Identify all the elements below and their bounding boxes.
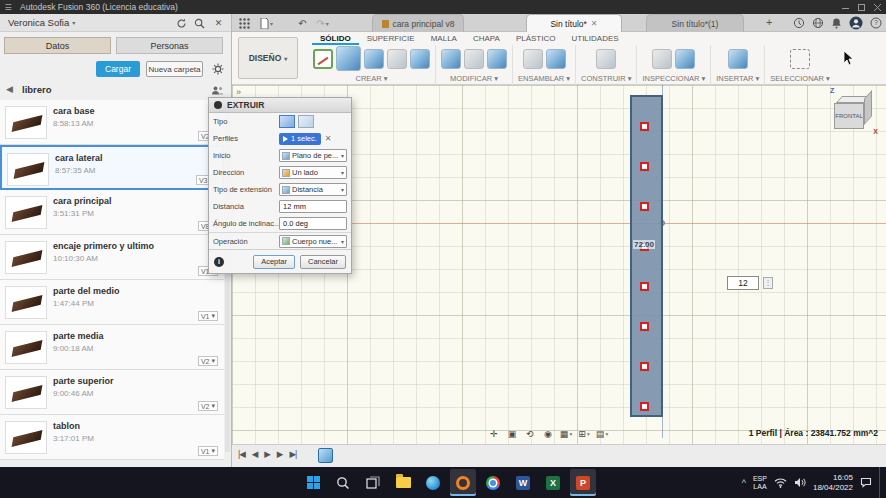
box-primitive-icon[interactable] [410,49,430,69]
minimize-icon[interactable] [842,4,849,9]
cancel-button[interactable]: Cancelar [300,255,346,269]
joint-icon[interactable] [546,49,566,69]
chrome-icon[interactable] [480,469,506,496]
revolve-icon[interactable] [364,49,384,69]
insert-icon[interactable] [728,49,748,69]
dialog-header[interactable]: EXTRUIR [209,98,351,113]
workspace-selector[interactable]: DISEÑO ▾ [238,37,298,79]
group-label[interactable]: ENSAMBLAR [518,74,564,83]
go-to-end-icon[interactable]: ▶| [289,449,296,459]
profile-hole[interactable] [640,362,649,371]
distance-input[interactable]: 12 mm [279,200,347,213]
edge-icon[interactable] [420,469,446,496]
keyboard-layout[interactable]: ESP LAA [753,475,767,491]
tab-plastico[interactable]: PLÁSTICO [508,32,564,45]
list-item[interactable]: parte superior 9:00:46 AM V2▾ [0,370,224,415]
new-tab-icon[interactable]: + [766,16,772,28]
network-icon[interactable] [774,477,787,488]
operation-dropdown[interactable]: Cuerpo nue...▾ [279,235,347,248]
profile-hole[interactable] [640,162,649,171]
step-back-icon[interactable]: ◀ [252,449,258,459]
group-label[interactable]: MODIFICAR [450,74,492,83]
tab-solido[interactable]: SÓLIDO [312,32,359,45]
orbit-icon[interactable]: ⟲ [523,427,537,441]
fillet-icon[interactable] [464,49,484,69]
notifications-bell-icon[interactable] [831,17,842,29]
new-folder-button[interactable]: Nueva carpeta [146,61,203,77]
grid-settings-icon[interactable]: ⊞▾ [577,427,591,441]
doc-tab-sin-titulo[interactable]: Sin título* ✕ [526,14,622,32]
drag-handle-icon[interactable]: ⋮ [763,277,773,289]
show-desktop-strip[interactable] [879,467,883,498]
globe-icon[interactable] [812,17,824,29]
list-item[interactable]: parte media 9:00:18 AM V2▾ [0,325,224,370]
tab-personas[interactable]: Personas [116,37,223,54]
close-panel-icon[interactable]: ✕ [211,16,226,30]
extent-type-dropdown[interactable]: Distancia▾ [279,183,347,196]
viewports-icon[interactable]: ▤▾ [595,427,609,441]
list-item[interactable]: tablon 3:17:01 PM V1▾ [0,415,224,460]
accept-button[interactable]: Aceptar [253,255,295,269]
extrude-distance-input[interactable]: 12 [727,276,759,290]
taper-angle-input[interactable]: 0.0 deg [279,217,347,230]
volume-icon[interactable] [794,477,806,488]
list-item[interactable]: cara principal 3:51:31 PM V8▾ [0,190,224,235]
measure-icon[interactable] [652,49,672,69]
start-dropdown[interactable]: Plano de pe...▾ [279,149,347,162]
go-to-start-icon[interactable]: |◀ [238,449,245,459]
construction-plane-icon[interactable] [596,49,616,69]
list-item[interactable]: parte del medio 1:47:44 PM V1▾ [0,280,224,325]
create-sketch-icon[interactable] [313,49,333,69]
list-item[interactable]: cara base 8:58:13 AM V2▾ [0,100,224,145]
search-icon[interactable] [192,16,207,30]
panel-expand-chevron-icon[interactable]: » [236,87,241,97]
word-icon[interactable]: W [510,469,536,496]
people-icon[interactable] [210,83,225,97]
action-center-icon[interactable] [860,477,872,488]
taskbar-clock[interactable]: 16:05 18/04/2022 [813,473,853,493]
extrude-thin-icon[interactable] [298,115,314,128]
pan-icon[interactable]: ✛ [487,427,501,441]
tab-datos[interactable]: Datos [4,37,111,54]
powerpoint-icon[interactable]: P [570,469,596,496]
close-tab-icon[interactable]: ✕ [591,19,598,28]
zoom-fit-icon[interactable]: ▣ [505,427,519,441]
profile-hole[interactable] [640,122,649,131]
viewcube[interactable]: Z FRONTAL X [826,87,880,137]
step-forward-icon[interactable]: ▶ [277,449,283,459]
maximize-icon[interactable] [858,4,865,11]
viewcube-front-face[interactable]: FRONTAL [834,103,864,129]
profile-hole[interactable] [640,282,649,291]
play-icon[interactable]: ▶ [264,449,270,459]
tab-superficie[interactable]: SUPERFICIE [359,32,423,45]
profile-hole[interactable] [640,402,649,411]
version-badge[interactable]: V1▾ [198,311,218,321]
version-badge[interactable]: V2▾ [198,356,218,366]
tab-malla[interactable]: MALLA [423,32,465,45]
group-label[interactable]: CREAR [355,74,381,83]
display-settings-icon[interactable]: ▦▾ [559,427,573,441]
fusion-360-icon[interactable] [450,469,476,496]
start-button[interactable] [300,469,326,496]
doc-tab-cara-principal[interactable]: cara principal v8 [372,14,464,32]
tab-utilidades[interactable]: UTILIDADES [563,32,626,45]
profiles-selected-chip[interactable]: 1 selec. [279,133,321,145]
profile-hole[interactable] [640,322,649,331]
close-window-icon[interactable] [874,4,881,11]
press-pull-icon[interactable] [441,49,461,69]
list-item[interactable]: encaje primero y ultimo 10:10:30 AM V1▾ [0,235,224,280]
info-icon[interactable]: i [214,257,224,267]
group-label[interactable]: INSPECCIONAR [642,74,699,83]
section-analysis-icon[interactable] [675,49,695,69]
task-view-icon[interactable] [360,469,386,496]
version-badge[interactable]: V1▾ [198,446,218,456]
group-label[interactable]: INSERTAR [716,74,753,83]
shell-icon[interactable] [487,49,507,69]
clear-selection-icon[interactable]: ✕ [325,134,332,143]
look-at-icon[interactable]: ◉ [541,427,555,441]
group-label[interactable]: SELECCIONAR [770,74,824,83]
extrude-solid-icon[interactable] [279,115,295,128]
profile-hole[interactable] [640,202,649,211]
group-label[interactable]: CONSTRUIR [581,74,626,83]
history-icon[interactable] [793,17,805,29]
